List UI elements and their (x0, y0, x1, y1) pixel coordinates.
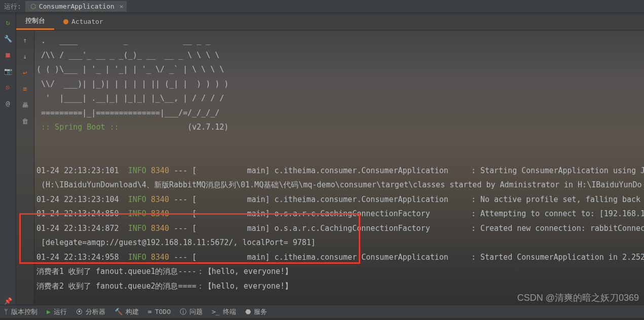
tab-console[interactable]: 控制台 (16, 13, 54, 30)
branch-icon: ᛘ (4, 308, 8, 315)
footer-build[interactable]: 🔨构建 (115, 307, 139, 316)
services-icon: ⬣ (245, 308, 251, 315)
profiler-icon: ⦿ (76, 308, 83, 315)
camera-icon[interactable]: 📷 (4, 67, 12, 75)
rerun-icon[interactable]: ↻ (4, 18, 12, 26)
run-panel: ↑ ↓ ↩ ≡ 🖶 🗑 . ____ _ __ _ _ /\\ / ___'_ … (16, 30, 644, 305)
ide-left-toolbar: ↻ 🔧 ■ 📷 ⎋ @ 📌 (0, 13, 16, 305)
stop-icon[interactable]: ■ (4, 51, 12, 59)
soft-wrap-icon[interactable]: ↩ (21, 68, 30, 77)
wrench-icon[interactable]: 🔧 (4, 34, 12, 43)
console-gutter: ↑ ↓ ↩ ≡ 🖶 🗑 (16, 30, 34, 305)
scroll-down-icon[interactable]: ↓ (21, 52, 30, 61)
run-tabs: 控制台 Actuator (16, 13, 644, 30)
actuator-icon (63, 19, 68, 24)
footer-vcs[interactable]: ᛘ版本控制 (4, 307, 37, 316)
tab-console-label: 控制台 (25, 16, 45, 25)
footer-run[interactable]: ▶运行 (47, 307, 67, 316)
close-icon[interactable]: × (120, 3, 124, 10)
footer-todo[interactable]: ≔TODO (148, 308, 171, 315)
tab-actuator-label: Actuator (71, 18, 103, 25)
terminal-icon: >_ (212, 308, 220, 315)
clear-icon[interactable]: 🗑 (21, 116, 30, 126)
problems-icon: ⓘ (180, 307, 186, 316)
todo-icon: ≔ (148, 308, 152, 315)
hammer-icon: 🔨 (115, 308, 123, 315)
at-icon[interactable]: @ (4, 99, 12, 107)
footer-services[interactable]: ⬣服务 (245, 307, 267, 316)
tab-actuator[interactable]: Actuator (54, 13, 112, 30)
pin-icon[interactable]: 📌 (4, 297, 12, 305)
print-icon[interactable]: 🖶 (21, 100, 30, 109)
run-tool-window: 控制台 Actuator ↑ ↓ ↩ ≡ 🖶 🗑 . ____ _ __ _ _… (16, 13, 644, 305)
footer-profiler[interactable]: ⦿分析器 (76, 307, 105, 316)
run-label: 运行: (4, 2, 21, 11)
run-titlebar: 运行: ⬡ ConsumerApplication × (0, 0, 644, 13)
exit-icon[interactable]: ⎋ (4, 83, 12, 91)
play-icon: ▶ (47, 308, 51, 315)
spring-boot-icon: ⬡ (30, 3, 36, 10)
ide-footer: ᛘ版本控制 ▶运行 ⦿分析器 🔨构建 ≔TODO ⓘ问题 >_终端 ⬣服务 (0, 305, 644, 318)
run-config-name: ConsumerApplication (39, 3, 115, 10)
scroll-up-icon[interactable]: ↑ (21, 35, 30, 45)
footer-terminal[interactable]: >_终端 (212, 307, 236, 316)
footer-problems[interactable]: ⓘ问题 (180, 307, 203, 316)
run-config-tab[interactable]: ⬡ ConsumerApplication × (25, 1, 127, 12)
console-output[interactable]: . ____ _ __ _ _ /\\ / ___'_ __ _ _(_)_ _… (34, 30, 644, 305)
stack-icon[interactable]: ≡ (21, 84, 30, 93)
